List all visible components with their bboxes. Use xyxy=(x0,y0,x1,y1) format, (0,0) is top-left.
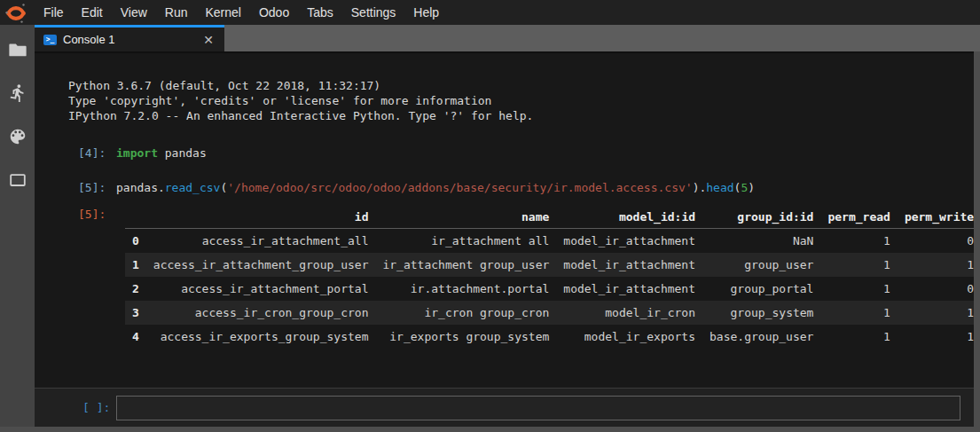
empty-input-prompt: [ ]: xyxy=(35,400,116,415)
table-cell: access_ir_attachment_group_user xyxy=(146,253,376,277)
code-token-plain: ). xyxy=(693,181,707,194)
table-cell: ir_attachment group_user xyxy=(375,253,556,277)
tab-bar: >_ Console 1 ✕ xyxy=(35,25,980,51)
table-cell: NaN xyxy=(702,229,820,254)
open-tabs-icon[interactable] xyxy=(8,170,27,190)
table-header-cell: perm_read xyxy=(820,207,897,229)
table-cell: 1 xyxy=(898,325,974,349)
code-token-plain: pandas xyxy=(158,146,207,160)
table-cell: access_ir_attachment_portal xyxy=(146,277,376,301)
vertical-scrollbar-track[interactable] xyxy=(974,51,980,427)
input-prompt: [4]: xyxy=(35,145,116,161)
menu-bar: FileEditViewRunKernelOdooTabsSettingsHel… xyxy=(0,0,980,25)
table-cell: 1 xyxy=(898,301,974,325)
command-palette-icon[interactable] xyxy=(8,127,27,146)
tab-console-1[interactable]: >_ Console 1 ✕ xyxy=(35,25,224,51)
file-browser-icon[interactable] xyxy=(8,40,27,59)
table-cell: group_system xyxy=(702,301,820,325)
output-cell-5: [5]: idnamemodel_id:idgroup_id:idperm_re… xyxy=(35,207,974,349)
code-token-function: read_csv xyxy=(165,181,221,194)
code-token-string: '/home/odoo/src/odoo/odoo/addons/base/se… xyxy=(227,181,692,194)
ipython-banner: Python 3.6.7 (default, Oct 22 2018, 11:3… xyxy=(68,78,974,123)
table-cell: access_ir_exports_group_system xyxy=(146,325,376,349)
code-line: pandas.read_csv('/home/odoo/src/odoo/odo… xyxy=(116,180,755,195)
menu-run[interactable]: Run xyxy=(156,0,197,25)
table-cell: ir.attachment.portal xyxy=(375,277,556,301)
code-token-function: head xyxy=(706,181,733,194)
code-cell-5: [5]: pandas.read_csv('/home/odoo/src/odo… xyxy=(35,180,974,195)
running-sessions-icon[interactable] xyxy=(8,83,27,103)
dataframe-table: idnamemodel_id:idgroup_id:idperm_readper… xyxy=(125,207,974,349)
code-token-keyword: import xyxy=(116,146,158,160)
table-header-cell: group_id:id xyxy=(702,207,820,229)
table-row: 0access_ir_attachment_allir_attachment a… xyxy=(125,229,974,254)
code-token-plain: pandas. xyxy=(116,181,165,194)
input-prompt: [5]: xyxy=(35,180,116,195)
row-index-cell: 4 xyxy=(125,325,146,349)
table-row: 1access_ir_attachment_group_userir_attac… xyxy=(125,253,974,277)
row-index-cell: 3 xyxy=(125,301,146,325)
activity-sidebar xyxy=(0,25,35,427)
odoo-spinner-logo xyxy=(4,2,27,25)
horizontal-scrollbar-track[interactable] xyxy=(0,427,980,432)
table-cell: model_ir_cron xyxy=(556,301,702,325)
console-spacer xyxy=(35,349,974,388)
table-header-cell: id xyxy=(146,207,376,229)
table-header-cell: model_id:id xyxy=(556,207,702,229)
table-header-cell: perm_write xyxy=(898,207,974,229)
code-line: import pandas xyxy=(116,145,207,161)
menu-tabs[interactable]: Tabs xyxy=(298,0,342,25)
table-cell: model_ir_attachment xyxy=(556,277,702,301)
menu-view[interactable]: View xyxy=(112,0,156,25)
table-cell: 1 xyxy=(820,277,897,301)
code-cell-4: [4]: import pandas xyxy=(35,145,974,161)
console-icon: >_ xyxy=(43,35,57,45)
table-cell: group_user xyxy=(702,253,820,277)
table-cell: group_portal xyxy=(702,277,820,301)
table-cell: model_ir_exports xyxy=(556,325,702,349)
table-cell: ir_attachment all xyxy=(375,229,556,254)
table-header-cell: name xyxy=(375,207,556,229)
menu-help[interactable]: Help xyxy=(404,0,448,25)
row-index-cell: 2 xyxy=(125,277,146,301)
menu-items: FileEditViewRunKernelOdooTabsSettingsHel… xyxy=(35,0,448,25)
table-cell: access_ir_cron_group_cron xyxy=(146,301,376,325)
table-cell: 1 xyxy=(820,253,897,277)
table-cell: ir_exports group_system xyxy=(375,325,556,349)
banner-line: Python 3.6.7 (default, Oct 22 2018, 11:3… xyxy=(68,78,974,93)
menu-settings[interactable]: Settings xyxy=(342,0,405,25)
row-index-cell: 1 xyxy=(125,253,146,277)
table-cell: 0 xyxy=(898,229,974,254)
close-icon[interactable]: ✕ xyxy=(201,34,216,46)
code-token-plain: ) xyxy=(748,181,755,194)
table-cell: 0 xyxy=(898,277,974,301)
table-cell: model_ir_attachment xyxy=(556,253,702,277)
banner-line: Type 'copyright', 'credits' or 'license'… xyxy=(68,93,974,108)
output-prompt: [5]: xyxy=(35,207,116,222)
menu-odoo[interactable]: Odoo xyxy=(250,0,298,25)
dataframe-output: idnamemodel_id:idgroup_id:idperm_readper… xyxy=(125,207,974,349)
table-cell: 1 xyxy=(820,301,897,325)
table-cell: model_ir_attachment xyxy=(556,229,702,254)
table-cell: access_ir_attachment_all xyxy=(146,229,376,254)
table-row: 4access_ir_exports_group_systemir_export… xyxy=(125,325,974,349)
row-index-cell: 0 xyxy=(125,229,146,254)
menu-kernel[interactable]: Kernel xyxy=(196,0,249,25)
table-cell: ir_cron group_cron xyxy=(375,301,556,325)
table-cell: 1 xyxy=(898,253,974,277)
console-input-cell: [ ]: xyxy=(35,388,974,427)
tab-label: Console 1 xyxy=(63,33,201,46)
menu-edit[interactable]: Edit xyxy=(73,0,112,25)
console-input[interactable] xyxy=(116,396,960,420)
jupyterlab-window: FileEditViewRunKernelOdooTabsSettingsHel… xyxy=(0,0,980,432)
table-row: 2access_ir_attachment_portalir.attachmen… xyxy=(125,277,974,301)
table-header-cell xyxy=(125,207,146,229)
table-row: 3access_ir_cron_group_cronir_cron group_… xyxy=(125,301,974,325)
menu-file[interactable]: File xyxy=(35,0,73,25)
table-cell: 1 xyxy=(820,229,897,254)
banner-line: IPython 7.2.0 -- An enhanced Interactive… xyxy=(68,108,974,123)
console-panel: Python 3.6.7 (default, Oct 22 2018, 11:3… xyxy=(35,51,974,427)
table-cell: base.group_user xyxy=(702,325,820,349)
table-cell: 1 xyxy=(820,325,897,349)
